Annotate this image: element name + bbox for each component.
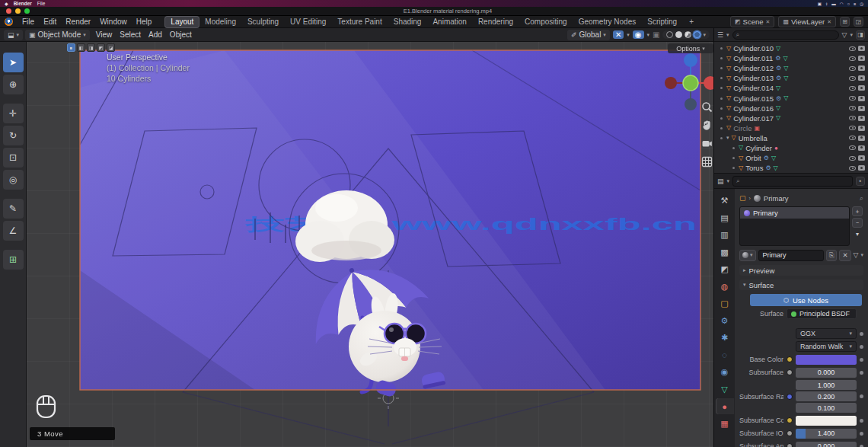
outliner-row[interactable]: ▾▽Umbrella — [714, 133, 868, 143]
vector-value-field[interactable]: 0.100 — [796, 403, 857, 413]
animate-dot[interactable] — [860, 371, 863, 375]
select-difference-icon[interactable]: ◩ — [97, 43, 105, 52]
tool-scale-button[interactable]: ⊡ — [3, 148, 24, 168]
properties-tab-world[interactable]: ◍ — [716, 279, 734, 295]
viewport-canvas[interactable]: 技艺CG www.qdnxxfb.cn — [27, 42, 713, 447]
material-slot-item[interactable]: Primary — [740, 207, 849, 219]
outliner-object-name[interactable]: Cylinder.015 — [733, 94, 774, 103]
disclosure-dot-icon[interactable] — [720, 87, 723, 89]
workspace-tab-shading[interactable]: Shading — [388, 17, 427, 27]
select-extend-icon[interactable]: ◧ — [77, 43, 85, 52]
workspace-tab-animation[interactable]: Animation — [427, 17, 471, 27]
value-field[interactable]: 0.000 — [796, 442, 857, 447]
disclosure-dot-icon[interactable] — [720, 137, 723, 139]
value-field[interactable]: 0.000 — [796, 368, 857, 378]
battery-icon[interactable]: ▬ — [831, 2, 836, 6]
material-sphere-icon[interactable] — [754, 195, 761, 202]
shading-solid-icon[interactable] — [675, 31, 682, 38]
property-widget[interactable]: 1.0000.2000.100 — [796, 380, 857, 413]
hide-in-viewport-icon[interactable] — [849, 145, 856, 150]
tool-tweak-select-button[interactable]: ➤ — [3, 53, 24, 72]
tool-rotate-button[interactable]: ↻ — [3, 126, 24, 145]
topbar-menu-render[interactable]: Render — [61, 16, 95, 27]
outliner-object-name[interactable]: Cylinder.013 — [733, 74, 774, 82]
viewport-menu-select[interactable]: Select — [116, 30, 145, 39]
workspace-tab-scripting[interactable]: Scripting — [642, 17, 682, 27]
outliner-row[interactable]: ▽Cylinder.013⚙▽ — [714, 73, 868, 83]
view-layer-selector[interactable]: ▩ ViewLayer ✕ — [778, 16, 836, 27]
macos-menu-item[interactable]: File — [37, 1, 45, 6]
workspace-tab-texture-paint[interactable]: Texture Paint — [332, 17, 387, 27]
workspace-tab-uv-editing[interactable]: UV Editing — [285, 17, 331, 27]
property-widget[interactable]: 0.000 — [796, 442, 857, 447]
disclosure-dot-icon[interactable] — [720, 77, 723, 79]
camera-view-icon[interactable] — [701, 138, 713, 149]
zoom-window-button[interactable] — [24, 8, 30, 14]
node-socket-icon[interactable] — [787, 417, 793, 423]
disclosure-dot-icon[interactable] — [732, 147, 735, 149]
outliner-object-name[interactable]: Cylinder.016 — [733, 104, 774, 113]
topbar-menu-edit[interactable]: Edit — [39, 16, 61, 27]
outliner-restriction-button[interactable]: ◨ — [856, 30, 865, 40]
node-socket-icon[interactable] — [787, 394, 793, 400]
hide-in-viewport-icon[interactable] — [849, 96, 856, 101]
apple-menu-icon[interactable]: ◆ — [5, 1, 8, 6]
properties-tab-view-layer[interactable]: ▩ — [716, 244, 734, 260]
properties-tab-texture[interactable]: ▦ — [716, 416, 734, 432]
expanded-arrow-icon[interactable]: ▾ — [726, 135, 729, 141]
wifi-icon[interactable]: ◠ — [840, 2, 844, 6]
outliner-object-name[interactable]: Cylinder.010 — [733, 44, 774, 53]
hide-in-viewport-icon[interactable] — [849, 46, 856, 51]
properties-tab-particles[interactable]: ✱ — [716, 330, 734, 346]
properties-tab-constraints[interactable]: ◉ — [716, 364, 734, 380]
surface-shader-button[interactable]: Principled BSDF — [787, 308, 857, 319]
blender-logo-icon[interactable] — [5, 18, 13, 26]
properties-tab-modifiers[interactable]: ⚙ — [716, 313, 734, 329]
preview-section-header[interactable]: ▸ Preview — [739, 265, 863, 276]
outliner-row[interactable]: ▽Cylinder.015⚙▽ — [714, 93, 868, 103]
hide-in-viewport-icon[interactable] — [849, 126, 856, 130]
tool-annotate-button[interactable]: ✎ — [3, 199, 24, 219]
search-icon[interactable]: ○ — [847, 2, 850, 6]
outliner-row[interactable]: ▽Circle▣ — [714, 123, 868, 133]
outliner-object-name[interactable]: Torus — [745, 164, 763, 172]
hide-in-viewport-icon[interactable] — [849, 66, 856, 71]
color-swatch[interactable] — [796, 355, 857, 365]
transform-orientation-selector[interactable]: ✐ Global ▾ — [567, 30, 610, 40]
status-button[interactable]: ◲ — [854, 17, 863, 27]
outliner-filter-funnel-icon[interactable]: ▽ — [842, 31, 847, 39]
outliner-row[interactable]: ▽Cylinder.012⚙▽ — [714, 63, 868, 73]
properties-tab-tool[interactable]: ⚒ — [716, 193, 734, 209]
orthographic-grid-icon[interactable] — [701, 156, 713, 168]
outliner-object-name[interactable]: Cylinder.011 — [733, 54, 773, 62]
disclosure-dot-icon[interactable] — [732, 167, 735, 169]
tool-measure-button[interactable]: ∠ — [3, 221, 24, 241]
slot-specials-button[interactable]: ▾ — [852, 229, 863, 239]
distribution-dropdown[interactable]: GGX ▾ — [796, 328, 857, 339]
disable-in-renders-icon[interactable] — [858, 116, 865, 121]
browse-material-button[interactable]: ▾ — [739, 250, 756, 261]
topbar-menu-file[interactable]: File — [18, 16, 39, 27]
viewport-3d-scene[interactable]: 技艺CG www.qdnxxfb.cn — [27, 42, 713, 447]
select-subtract-icon[interactable]: ◨ — [87, 43, 95, 52]
material-slot-list[interactable]: Primary — [739, 206, 850, 246]
properties-tab-material[interactable]: ● — [716, 398, 734, 414]
shading-rendered-icon[interactable] — [694, 31, 700, 38]
animate-dot[interactable] — [860, 419, 863, 423]
disable-in-renders-icon[interactable] — [858, 126, 865, 131]
viewport-menu-view[interactable]: View — [92, 30, 116, 39]
select-set-icon[interactable]: ■ — [67, 43, 75, 52]
viewport-menu-object[interactable]: Object — [166, 30, 196, 39]
disclosure-dot-icon[interactable] — [720, 67, 723, 69]
proportional-editing-icon[interactable]: ◉ — [633, 30, 644, 39]
outliner-object-name[interactable]: Cylinder.017 — [733, 114, 774, 123]
display-icon[interactable]: ▣ — [818, 2, 822, 6]
disable-in-renders-icon[interactable] — [858, 65, 865, 71]
mode-selector[interactable]: ▣ Object Mode ▾ — [25, 30, 90, 40]
shading-material-icon[interactable] — [685, 31, 691, 38]
node-socket-icon[interactable] — [787, 430, 793, 436]
hide-in-viewport-icon[interactable] — [849, 106, 856, 110]
outliner-row[interactable]: ▽Cylinder.016▽ — [714, 104, 868, 113]
scene-selector[interactable]: ◩ Scene ✕ — [730, 16, 774, 27]
vector-value-field[interactable]: 0.200 — [796, 391, 857, 401]
